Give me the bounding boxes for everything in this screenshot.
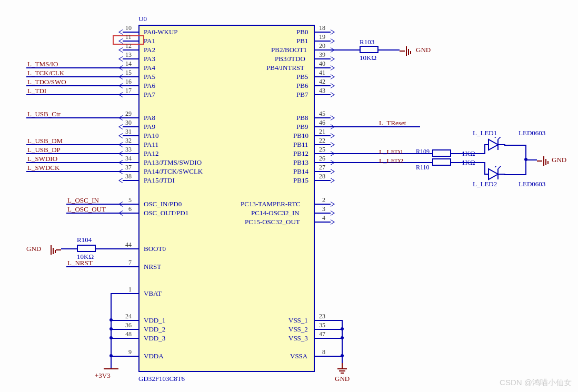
pin-number: 43 <box>319 87 325 95</box>
pin-label: VSSA <box>290 352 307 360</box>
pin-label: PB0 <box>296 28 308 36</box>
net-wire <box>504 174 526 175</box>
net-wire <box>525 159 537 160</box>
pin-number: 32 <box>125 137 132 145</box>
pin-label: PB11 <box>293 140 308 149</box>
net-label: L_USB_DP <box>27 146 61 154</box>
ground-symbol <box>337 363 347 374</box>
net-wire <box>96 248 123 249</box>
pin-io-marker <box>331 202 335 207</box>
pin-io-marker <box>331 56 335 62</box>
pin-label: PB14 <box>293 167 308 176</box>
led-part: LED0603 <box>519 129 545 137</box>
pin-io-marker <box>331 92 335 97</box>
resistor <box>360 46 378 53</box>
pin-io-marker <box>118 178 123 183</box>
pin-number: 48 <box>125 330 132 338</box>
pin-number: 18 <box>319 24 325 32</box>
pin-io-marker <box>331 74 335 79</box>
junction <box>109 318 113 321</box>
pin-label: VSS_3 <box>288 334 308 343</box>
net-wire <box>331 126 420 127</box>
led-net-label: L_LED2 <box>473 180 497 188</box>
pin-label: PC15-OSC32_OUT <box>245 218 300 226</box>
pin-label: PA4 <box>144 64 155 72</box>
pin-number: 12 <box>125 42 132 50</box>
svg-marker-0 <box>489 139 498 150</box>
pin-label: PC14-OSC32_IN <box>251 209 300 217</box>
net-label: L_OSC_IN <box>67 196 99 205</box>
pin-label: PB7 <box>296 91 308 99</box>
pin-number: 42 <box>319 78 325 86</box>
pin-label: PA0-WKUP <box>144 28 178 36</box>
pin-label: PA9 <box>144 123 155 131</box>
junction <box>341 354 344 357</box>
pin-label: PA2 <box>144 46 155 54</box>
pin-number: 29 <box>125 110 132 118</box>
ground-symbol <box>49 245 61 255</box>
net-label: L_TDO/SWO <box>27 78 66 86</box>
resistor <box>432 149 451 157</box>
junction <box>341 327 344 330</box>
resistor-ref: R109 <box>416 148 430 156</box>
pin-number: 31 <box>125 128 132 136</box>
pin-label: PB2/BOOT1 <box>271 46 307 54</box>
pin-label: PA14/JTCK/SWCLK <box>144 167 203 176</box>
pin-number: 14 <box>125 60 132 68</box>
pin-io-marker <box>331 38 335 44</box>
pin-io-marker <box>118 56 123 62</box>
pin-number: 19 <box>319 33 325 41</box>
svg-marker-6 <box>489 169 498 179</box>
net-label: L_OSC_OUT <box>67 205 106 214</box>
net-wire <box>451 153 484 154</box>
pin-number: 10 <box>125 24 132 32</box>
chip-partname: GD32F103C8T6 <box>138 375 185 383</box>
pin-label: PB8 <box>296 114 308 122</box>
net-label: L_TReset <box>379 119 406 127</box>
pin-number: 40 <box>319 60 325 68</box>
pin-label: OSC_OUT/PD1 <box>144 209 188 217</box>
pin-label: PA5 <box>144 73 155 81</box>
pin-label: PA15/JTDI <box>144 176 175 185</box>
net-label: L_SWDCK <box>27 164 59 172</box>
pin-io-marker <box>331 65 335 71</box>
pin-label: PB6 <box>296 82 308 90</box>
pin-io-marker <box>331 29 335 35</box>
net-label: L_USB_Ctr <box>27 110 61 118</box>
net-label: L_TCK/CLK <box>27 69 64 77</box>
pin-number: 21 <box>319 128 325 136</box>
pin-number: 25 <box>319 146 325 154</box>
pin-number: 46 <box>319 119 325 127</box>
gnd-label: GND <box>26 245 41 253</box>
led-net-label: L_LED1 <box>473 129 497 137</box>
pin-io-marker <box>118 29 123 35</box>
pin-number: 13 <box>125 51 132 59</box>
svg-line-10 <box>495 166 499 167</box>
pin-number: 24 <box>125 313 132 320</box>
pin-label: PA11 <box>144 140 158 149</box>
pin-label: PA12 <box>144 149 158 158</box>
net-wire <box>61 248 77 249</box>
resistor-ref: R103 <box>360 38 374 46</box>
pin-number: 33 <box>125 146 132 154</box>
pin-label: VSS_1 <box>288 316 308 325</box>
pin-label: PA13/JTMS/SWDIO <box>144 158 202 167</box>
power-bar <box>104 368 118 369</box>
resistor <box>432 158 451 166</box>
net-wire <box>504 145 526 146</box>
pin-number: 16 <box>125 78 132 86</box>
pin-label: PA7 <box>144 91 155 99</box>
pin-number: 9 <box>128 348 132 356</box>
pin-io-marker <box>331 169 335 174</box>
pin-number: 35 <box>319 321 325 329</box>
pin-label: PC13-TAMPER-RTC <box>241 200 301 208</box>
pin-label: VDD_2 <box>144 325 165 334</box>
junction <box>109 336 113 339</box>
pin-number: 26 <box>319 155 325 163</box>
pin-number: 28 <box>319 173 325 180</box>
net-label: L_NRST <box>67 259 93 267</box>
pin-label: PA3 <box>144 55 155 63</box>
pin-io-marker <box>118 133 123 138</box>
pin-label: PB4/JNTRST <box>266 64 304 72</box>
pin-label: BOOT0 <box>144 245 166 253</box>
